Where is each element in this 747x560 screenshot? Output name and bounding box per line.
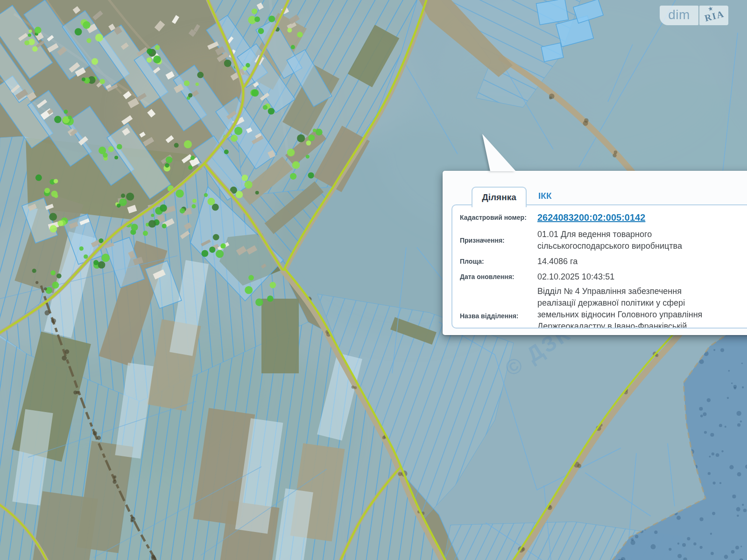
watermark-logos: dim ★ RIA	[660, 6, 728, 25]
tab-ikk-label: ІКК	[538, 191, 551, 201]
dim-logo[interactable]: dim	[660, 6, 698, 25]
field-cadastral-number: Кадастровий номер: 2624083200:02:005:014…	[460, 212, 747, 224]
tab-ikk[interactable]: ІКК	[538, 191, 551, 201]
field-label: Кадастровий номер:	[460, 212, 530, 224]
field-updated: Дата оновлення: 02.10.2025 10:43:51	[460, 271, 747, 283]
ria-logo[interactable]: ★ RIA	[699, 6, 728, 25]
field-value: 14.4086 га	[537, 256, 709, 267]
field-label: Дата оновлення:	[460, 271, 530, 283]
field-office: Назва відділення: Відділ № 4 Управління …	[460, 286, 747, 329]
field-value: 02.10.2025 10:43:51	[537, 271, 709, 283]
tab-dilyanka-label: Ділянка	[482, 192, 516, 203]
cadastral-number-link[interactable]: 2624083200:02:005:0142	[537, 212, 645, 223]
parcel-info-popup: Ділянка ІКК Кадастровий номер: 262408320…	[443, 171, 747, 335]
parcel-details: Кадастровий номер: 2624083200:02:005:014…	[451, 204, 747, 329]
field-value: Відділ № 4 Управління забезпечення реалі…	[537, 286, 709, 329]
dim-logo-text: dim	[668, 7, 690, 22]
tab-dilyanka[interactable]: Ділянка	[472, 187, 527, 207]
map-viewport: © ДЗК dim ★ RIA Ділянка ІКК Кадастровий …	[0, 0, 747, 560]
field-label: Призначення:	[460, 237, 530, 245]
field-purpose: Призначення: 01.01 Для ведення товарного…	[460, 229, 747, 252]
field-label: Назва відділення:	[460, 310, 530, 329]
popup-callout-pointer	[474, 131, 521, 174]
field-area: Площа: 14.4086 га	[460, 256, 747, 267]
field-value: 01.01 Для ведення товарного сільськогосп…	[537, 229, 709, 252]
ria-logo-text: RIA	[704, 8, 726, 24]
field-label: Площа:	[460, 256, 530, 267]
